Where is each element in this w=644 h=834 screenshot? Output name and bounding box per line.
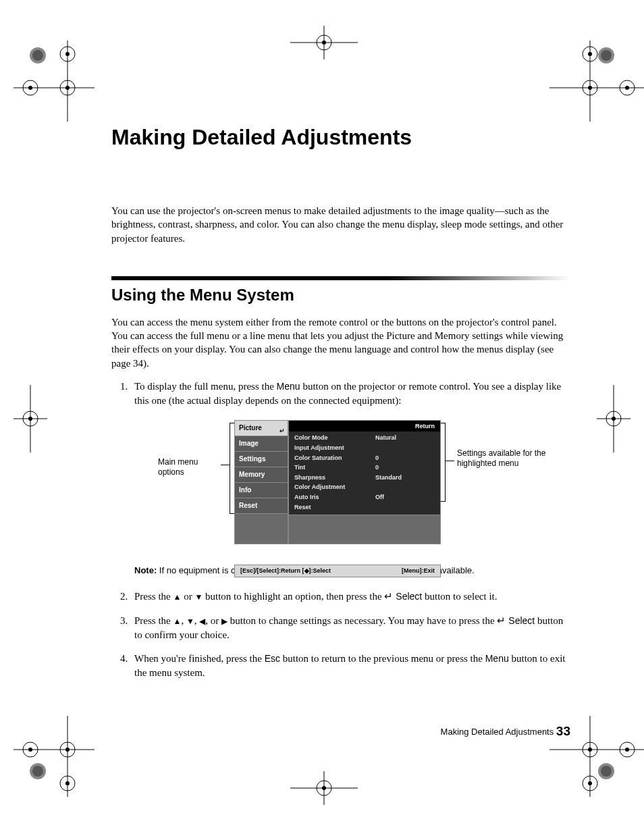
osd-bottom-bar: [Esc]/[Select]:Return [◆]:Select [Menu]:… (234, 565, 441, 577)
step-text: button to change settings as necessary. … (227, 615, 497, 626)
svg-point-3 (65, 86, 70, 90)
rosette-icon (28, 46, 47, 65)
rosette-icon (597, 46, 616, 65)
crop-mark-right-center (597, 385, 630, 452)
svg-point-55 (601, 766, 612, 777)
step-text: , or (205, 615, 221, 626)
step-text: , (181, 615, 186, 626)
osd-fill (289, 515, 440, 544)
svg-point-35 (322, 41, 326, 45)
down-triangle-icon: ▼ (194, 592, 203, 602)
svg-point-14 (583, 47, 597, 61)
svg-point-31 (588, 781, 592, 785)
svg-point-22 (60, 776, 75, 791)
crop-mark-bottom-center (290, 771, 358, 805)
rosette-icon (28, 762, 47, 781)
svg-point-6 (60, 47, 75, 61)
svg-point-26 (583, 742, 597, 757)
rosette-icon (597, 762, 616, 781)
svg-point-30 (583, 776, 597, 791)
osd-tab-image: Image (235, 436, 288, 452)
up-triangle-icon: ▲ (173, 617, 182, 626)
up-triangle-icon: ▲ (173, 592, 182, 602)
osd-bottom-left: [Esc]/[Select]:Return [◆]:Select (240, 567, 331, 575)
step-text: button to select it. (422, 591, 497, 602)
svg-point-38 (317, 781, 331, 796)
svg-point-39 (322, 786, 326, 790)
down-triangle-icon: ▼ (186, 617, 194, 626)
osd-row: Tint0 (294, 463, 435, 473)
osd-row: Auto IrisOff (294, 492, 435, 502)
osd-row: SharpnessStandard (294, 473, 435, 483)
section-heading: Using the Menu System (111, 286, 570, 305)
svg-point-13 (625, 86, 629, 90)
svg-point-29 (625, 748, 629, 752)
osd-bottom-right: [Menu]:Exit (402, 567, 435, 575)
osd-tab-picture: Picture↵ (235, 421, 288, 436)
osd-row: Input Adjustment (294, 443, 435, 453)
menu-button-label: Menu (485, 653, 509, 664)
step-text: To display the full menu, press the (134, 381, 277, 392)
osd-row: Color Saturation0 (294, 453, 435, 463)
osd-tab-info: Info (235, 483, 288, 498)
svg-point-21 (28, 748, 32, 752)
section-paragraph: You can access the menu system either fr… (111, 315, 570, 370)
bracket-left (230, 423, 234, 514)
right-triangle-icon: ▶ (221, 617, 227, 626)
osd-left-tabs: Picture↵ Image Settings Memory Info Rese… (234, 420, 288, 544)
step-3: Press the ▲, ▼, ◀, or ▶ button to change… (130, 613, 570, 642)
svg-point-47 (612, 417, 616, 421)
svg-point-23 (65, 781, 70, 785)
svg-point-12 (620, 80, 635, 95)
osd-return: Return (289, 421, 440, 432)
svg-point-7 (65, 52, 70, 56)
page-footer: Making Detailed Adjustments 33 (111, 724, 570, 739)
step-text: When you're finished, press the (134, 653, 265, 664)
svg-point-34 (317, 35, 331, 50)
svg-point-27 (588, 748, 592, 752)
svg-point-4 (23, 80, 38, 95)
svg-point-18 (60, 742, 75, 757)
svg-point-10 (583, 80, 597, 95)
osd-row: Color ModeNatural (294, 433, 435, 443)
step-4: When you're finished, press the Esc butt… (130, 652, 570, 680)
osd-screenshot: Picture↵ Image Settings Memory Info Rese… (234, 420, 441, 577)
crop-mark-top-left (14, 41, 95, 122)
step-2: Press the ▲ or ▼ button to highlight an … (130, 589, 570, 604)
osd-tab-memory: Memory (235, 467, 288, 483)
osd-tab-settings: Settings (235, 452, 288, 467)
select-button-label: Select (393, 591, 422, 602)
callout-connector (445, 461, 454, 461)
enter-icon: ↵ (497, 615, 506, 626)
crop-mark-bottom-left (14, 716, 95, 797)
step-text: Press the (134, 591, 173, 602)
intro-paragraph: You can use the projector's on-screen me… (111, 204, 570, 245)
step-text: Press the (134, 615, 173, 626)
callout-connector (221, 465, 230, 465)
svg-point-42 (23, 411, 38, 426)
callout-left: Main menu options (158, 457, 219, 478)
menu-figure: Main menu options Picture↵ Image Setting… (134, 420, 570, 555)
osd-row: Color Adjustment (294, 482, 435, 492)
osd-right-panel: Return Color ModeNatural Input Adjustmen… (288, 420, 441, 544)
svg-point-2 (60, 80, 75, 95)
step-text: button to highlight an option, then pres… (203, 591, 384, 602)
svg-point-49 (32, 50, 43, 61)
select-button-label: Select (506, 615, 535, 626)
bracket-right (441, 423, 446, 502)
step-1: To display the full menu, press the Menu… (130, 380, 570, 577)
svg-point-53 (32, 766, 43, 777)
osd-rows: Color ModeNatural Input Adjustment Color… (289, 432, 440, 515)
svg-point-5 (28, 86, 32, 90)
svg-point-28 (620, 742, 635, 757)
svg-point-15 (588, 52, 592, 56)
page-title: Making Detailed Adjustments (111, 125, 570, 150)
section-divider (111, 276, 570, 280)
svg-point-20 (23, 742, 38, 757)
osd-row: Reset (294, 502, 435, 513)
callout-right: Settings available for the highlighted m… (457, 448, 552, 469)
left-triangle-icon: ◀ (199, 617, 205, 626)
note-label: Note: (134, 565, 157, 575)
step-text: button to return to the previous menu or… (280, 653, 485, 664)
osd-tab-reset: Reset (235, 498, 288, 514)
